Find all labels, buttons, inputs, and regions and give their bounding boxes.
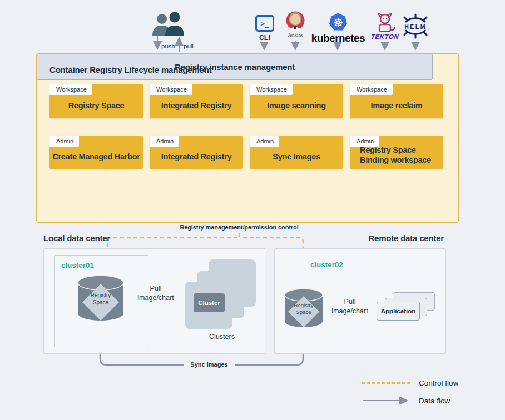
control-flow-line-sample bbox=[362, 382, 410, 384]
cli-icon: >_ bbox=[255, 15, 274, 32]
card-sync-images: Admin Sync Images bbox=[250, 136, 343, 169]
application-card: Application bbox=[377, 302, 420, 321]
kubernetes-wheel-glyph: ☸ bbox=[329, 13, 348, 32]
card-tag: Admin bbox=[150, 136, 179, 147]
jenkins-icon bbox=[284, 11, 306, 32]
cluster-chip: Cluster bbox=[194, 293, 225, 312]
card-registry-space: Workspace Registry Space bbox=[49, 84, 143, 118]
jenkins-actor: Jenkins bbox=[284, 11, 306, 38]
cluster-stack-front: Cluster bbox=[185, 282, 232, 329]
local-registry-label: Registry Space bbox=[83, 292, 118, 306]
card-tag: Workspace bbox=[350, 84, 393, 95]
card-tag: Workspace bbox=[150, 84, 192, 95]
remote-registry-label: Registry Space bbox=[287, 302, 320, 316]
tekton-actor: TEKTON bbox=[371, 13, 399, 40]
clusters-caption: Clusters bbox=[200, 333, 244, 341]
card-tag: Admin bbox=[350, 136, 379, 147]
lifecycle-container: Container Registry Lifecycle management … bbox=[36, 53, 459, 223]
local-dc-heading: Local data center bbox=[43, 233, 110, 243]
users-icon bbox=[149, 11, 188, 36]
kubernetes-actor: ☸ kubernetes bbox=[310, 13, 366, 44]
tekton-icon bbox=[371, 13, 399, 32]
kubernetes-label: kubernetes bbox=[310, 32, 366, 44]
helm-label: HELM bbox=[401, 23, 430, 30]
kubernetes-icon: ☸ bbox=[329, 13, 348, 32]
architecture-diagram: push pull >_ CLI Jenkins ☸ kubernetes bbox=[0, 0, 505, 420]
cluster01-label: cluster01 bbox=[61, 261, 94, 269]
card-tag: Admin bbox=[250, 136, 279, 147]
card-image-reclaim: Workspace Image reclaim bbox=[350, 84, 443, 118]
card-tag: Workspace bbox=[49, 84, 92, 95]
card-integrated-registry-admin: Admin Integrated Registry bbox=[150, 136, 243, 169]
sync-images-label: Sync Images bbox=[184, 360, 235, 369]
helm-actor: HELM bbox=[401, 13, 430, 39]
cli-actor: >_ CLI bbox=[255, 15, 274, 42]
control-flow-label: Control flow bbox=[419, 379, 458, 387]
card-image-scanning: Workspace Image scanning bbox=[250, 84, 343, 118]
cli-glyph: >_ bbox=[260, 20, 269, 27]
pull-remote-label: Pull image/chart bbox=[329, 297, 370, 316]
data-flow-label: Data flow bbox=[419, 397, 450, 405]
cluster-chip-label: Cluster bbox=[198, 299, 220, 306]
application-label: Application bbox=[381, 308, 416, 314]
tekton-label: TEKTON bbox=[370, 33, 399, 40]
pull-local-label: Pull image/chart bbox=[135, 284, 176, 303]
data-flow-line-sample bbox=[362, 397, 414, 404]
card-tag: Admin bbox=[49, 136, 79, 147]
pull-label: pull bbox=[184, 43, 194, 49]
push-label: push bbox=[161, 43, 175, 49]
jenkins-label: Jenkins bbox=[284, 32, 306, 38]
registry-control-label: Registry management/permission control bbox=[142, 224, 336, 231]
lifecycle-title: Container Registry Lifecycle management bbox=[49, 65, 211, 74]
cli-label: CLI bbox=[255, 34, 274, 42]
card-tag: Workspace bbox=[250, 84, 293, 95]
card-integrated-registry-ws: Workspace Integrated Registry bbox=[150, 84, 243, 118]
remote-dc-heading: Remote data center bbox=[356, 233, 444, 243]
card-create-managed-harbor: Admin Create Managed Harbor bbox=[49, 136, 143, 169]
users-actor bbox=[149, 11, 188, 36]
card-registry-space-binding: Admin Registry Space Binding workspace bbox=[350, 136, 443, 169]
cluster02-label: cluster02 bbox=[310, 261, 343, 269]
